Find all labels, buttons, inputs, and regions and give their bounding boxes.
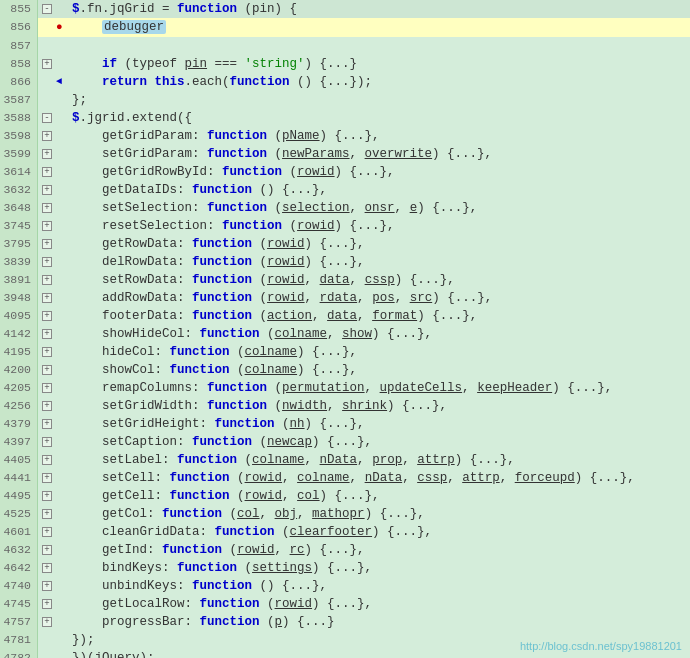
code-line: 4601+ cleanGridData: function (clearfoot… <box>0 523 690 541</box>
code-text: debugger <box>68 18 690 37</box>
fold-button[interactable]: + <box>38 217 56 235</box>
code-line: 857 <box>0 37 690 55</box>
code-line: 3839+ delRowData: function (rowid) {...}… <box>0 253 690 271</box>
fold-button <box>38 18 56 37</box>
fold-button[interactable]: + <box>38 307 56 325</box>
line-indicator <box>56 379 68 397</box>
fold-button[interactable]: + <box>38 235 56 253</box>
line-number: 855 <box>0 0 38 18</box>
code-line: 4782})(jQuery); <box>0 649 690 658</box>
fold-button[interactable]: + <box>38 559 56 577</box>
line-indicator <box>56 649 68 658</box>
line-number: 4642 <box>0 559 38 577</box>
line-indicator <box>56 163 68 181</box>
line-indicator <box>56 55 68 73</box>
line-number: 866 <box>0 73 38 91</box>
code-line: 4195+ hideCol: function (colname) {...}, <box>0 343 690 361</box>
fold-button[interactable]: + <box>38 379 56 397</box>
code-text: }); <box>68 631 690 649</box>
line-number: 4781 <box>0 631 38 649</box>
code-text: setCaption: function (newcap) {...}, <box>68 433 690 451</box>
fold-button[interactable]: + <box>38 469 56 487</box>
fold-button[interactable]: + <box>38 253 56 271</box>
code-text: setGridWidth: function (nwidth, shrink) … <box>68 397 690 415</box>
code-line: 4757+ progressBar: function (p) {...} <box>0 613 690 631</box>
fold-button[interactable]: + <box>38 127 56 145</box>
line-indicator <box>56 109 68 127</box>
code-text: getDataIDs: function () {...}, <box>68 181 690 199</box>
line-number: 4397 <box>0 433 38 451</box>
fold-button[interactable]: + <box>38 343 56 361</box>
line-indicator <box>56 217 68 235</box>
fold-button[interactable]: + <box>38 325 56 343</box>
fold-button[interactable]: + <box>38 181 56 199</box>
code-line: 4397+ setCaption: function (newcap) {...… <box>0 433 690 451</box>
fold-button[interactable]: + <box>38 523 56 541</box>
code-line: 4495+ getCell: function (rowid, col) {..… <box>0 487 690 505</box>
line-indicator <box>56 577 68 595</box>
code-line: 3587}; <box>0 91 690 109</box>
line-indicator <box>56 91 68 109</box>
code-text: setRowData: function (rowid, data, cssp)… <box>68 271 690 289</box>
line-number: 4095 <box>0 307 38 325</box>
code-text: addRowData: function (rowid, rdata, pos,… <box>68 289 690 307</box>
line-indicator <box>56 631 68 649</box>
code-line: 3745+ resetSelection: function (rowid) {… <box>0 217 690 235</box>
line-indicator <box>56 433 68 451</box>
fold-button[interactable]: + <box>38 415 56 433</box>
code-line: 4740+ unbindKeys: function () {...}, <box>0 577 690 595</box>
code-text: getCell: function (rowid, col) {...}, <box>68 487 690 505</box>
fold-button[interactable]: + <box>38 595 56 613</box>
fold-button[interactable]: + <box>38 199 56 217</box>
code-line: 4095+ footerData: function (action, data… <box>0 307 690 325</box>
fold-button[interactable]: + <box>38 577 56 595</box>
line-indicator <box>56 595 68 613</box>
code-text: return this.each(function () {...}); <box>68 73 690 91</box>
fold-button[interactable]: + <box>38 361 56 379</box>
line-indicator <box>56 397 68 415</box>
line-indicator <box>56 289 68 307</box>
line-number: 4757 <box>0 613 38 631</box>
code-line: 4142+ showHideCol: function (colname, sh… <box>0 325 690 343</box>
line-number: 3648 <box>0 199 38 217</box>
code-text: resetSelection: function (rowid) {...}, <box>68 217 690 235</box>
code-text: showHideCol: function (colname, show) {.… <box>68 325 690 343</box>
code-line: 4441+ setCell: function (rowid, colname,… <box>0 469 690 487</box>
fold-button[interactable]: + <box>38 505 56 523</box>
fold-button[interactable]: - <box>38 0 56 18</box>
code-line: 855-$.fn.jqGrid = function (pin) { <box>0 0 690 18</box>
code-line: 3891+ setRowData: function (rowid, data,… <box>0 271 690 289</box>
line-number: 4142 <box>0 325 38 343</box>
fold-button[interactable]: + <box>38 397 56 415</box>
code-line: 4379+ setGridHeight: function (nh) {...}… <box>0 415 690 433</box>
line-number: 3598 <box>0 127 38 145</box>
line-number: 3839 <box>0 253 38 271</box>
fold-button <box>38 91 56 109</box>
fold-button[interactable]: + <box>38 55 56 73</box>
line-number: 3795 <box>0 235 38 253</box>
fold-button[interactable]: + <box>38 145 56 163</box>
code-text: setGridHeight: function (nh) {...}, <box>68 415 690 433</box>
fold-button[interactable]: + <box>38 271 56 289</box>
code-text: $.fn.jqGrid = function (pin) { <box>68 0 690 18</box>
code-line: 3648+ setSelection: function (selection,… <box>0 199 690 217</box>
line-indicator <box>56 415 68 433</box>
fold-button[interactable]: + <box>38 541 56 559</box>
line-number: 4379 <box>0 415 38 433</box>
line-number: 3948 <box>0 289 38 307</box>
fold-button[interactable]: + <box>38 451 56 469</box>
code-text <box>68 37 690 55</box>
fold-button[interactable]: + <box>38 433 56 451</box>
fold-button[interactable]: + <box>38 487 56 505</box>
code-text: footerData: function (action, data, form… <box>68 307 690 325</box>
code-text: })(jQuery); <box>68 649 690 658</box>
fold-button[interactable]: - <box>38 109 56 127</box>
fold-button[interactable]: + <box>38 613 56 631</box>
fold-button[interactable]: + <box>38 289 56 307</box>
code-line: 4632+ getInd: function (rowid, rc) {...}… <box>0 541 690 559</box>
code-text: getCol: function (col, obj, mathopr) {..… <box>68 505 690 523</box>
line-indicator <box>56 505 68 523</box>
line-indicator <box>56 37 68 55</box>
fold-button[interactable]: + <box>38 163 56 181</box>
code-text: delRowData: function (rowid) {...}, <box>68 253 690 271</box>
